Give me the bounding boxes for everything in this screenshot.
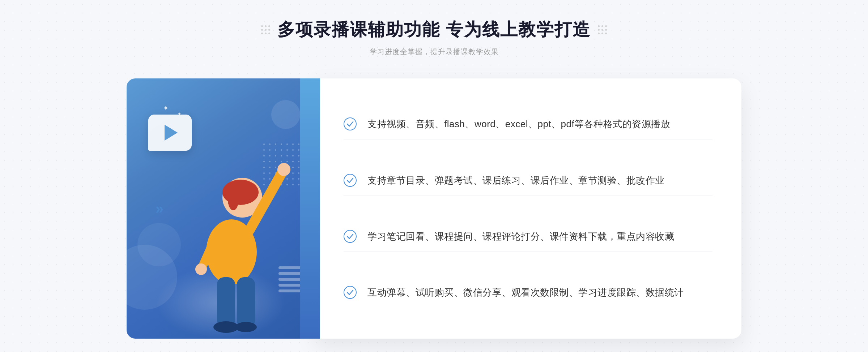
feature-text-1: 支持视频、音频、flash、word、excel、ppt、pdf等各种格式的资源… (367, 117, 670, 132)
check-icon-3 (344, 230, 357, 243)
header-section: 多项录播课辅助功能 专为线上教学打造 学习进度全掌握，提升录播课教学效果 (261, 18, 607, 57)
svg-point-13 (344, 118, 356, 130)
feature-item-2: 支持章节目录、弹题考试、课后练习、课后作业、章节测验、批改作业 (344, 166, 712, 196)
connector-bar (300, 78, 320, 339)
left-arrow-decoration: » (156, 201, 163, 217)
feature-item-1: 支持视频、音频、flash、word、excel、ppt、pdf等各种格式的资源… (344, 110, 712, 139)
svg-rect-9 (237, 277, 255, 328)
feature-item-3: 学习笔记回看、课程提问、课程评论打分、课件资料下载，重点内容收藏 (344, 222, 712, 252)
feature-text-3: 学习笔记回看、课程提问、课程评论打分、课件资料下载，重点内容收藏 (367, 229, 674, 244)
check-icon-4 (344, 286, 357, 299)
svg-rect-8 (217, 277, 235, 328)
sparkle-icon-1: ✦ (163, 104, 169, 112)
illustration-panel: ✦ ✦ (127, 78, 315, 339)
decorative-dots-left (261, 25, 270, 34)
main-content: » ✦ ✦ (127, 78, 741, 339)
sparkle-icon-2: ✦ (177, 111, 182, 117)
page-title: 多项录播课辅助功能 专为线上教学打造 (277, 18, 590, 41)
check-icon-2 (344, 174, 357, 187)
feature-text-2: 支持章节目录、弹题考试、课后练习、课后作业、章节测验、批改作业 (367, 173, 665, 188)
person-illustration (170, 122, 293, 339)
svg-point-3 (228, 189, 239, 210)
svg-point-16 (344, 286, 356, 299)
svg-point-14 (344, 174, 356, 186)
svg-point-10 (213, 321, 239, 333)
feature-item-4: 互动弹幕、试听购买、微信分享、观看次数限制、学习进度跟踪、数据统计 (344, 278, 712, 308)
svg-point-15 (344, 230, 356, 242)
svg-point-11 (235, 322, 257, 332)
svg-point-2 (222, 180, 259, 205)
check-icon-1 (344, 117, 357, 130)
page-subtitle: 学习进度全掌握，提升录播课教学效果 (261, 47, 607, 57)
feature-text-4: 互动弹幕、试听购买、微信分享、观看次数限制、学习进度跟踪、数据统计 (367, 285, 684, 300)
svg-point-7 (195, 263, 207, 275)
content-panel: 支持视频、音频、flash、word、excel、ppt、pdf等各种格式的资源… (315, 78, 741, 339)
decorative-dots-right (598, 25, 607, 34)
